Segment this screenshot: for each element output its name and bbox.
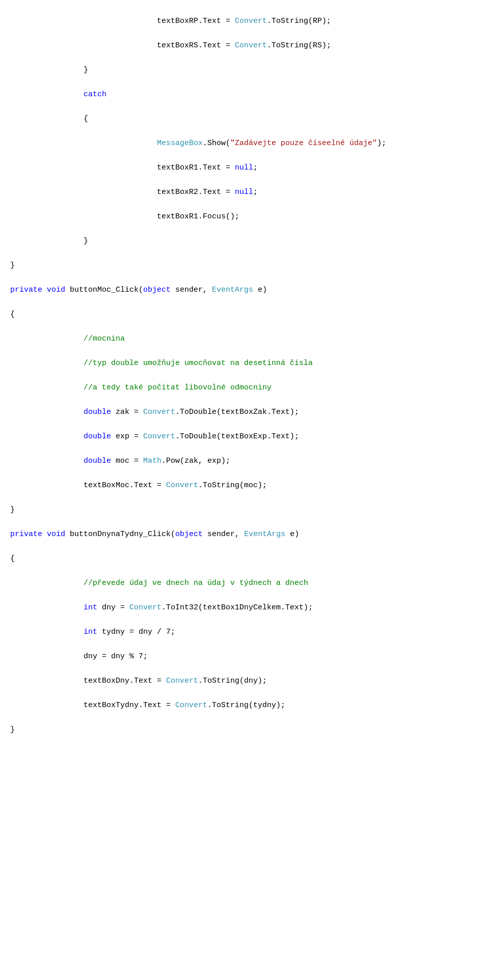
code-line: dny = dny % 7; xyxy=(0,651,489,663)
code-line xyxy=(0,663,489,675)
code-line: } xyxy=(0,260,489,272)
code-line: textBoxR1.Text = null; xyxy=(0,162,489,174)
code-line xyxy=(0,443,489,455)
code-line xyxy=(0,101,489,113)
code-line xyxy=(0,296,489,309)
code-line xyxy=(0,394,489,406)
code-line: textBoxR1.Focus(); xyxy=(0,211,489,223)
code-line: textBoxDny.Text = Convert.ToString(dny); xyxy=(0,675,489,687)
code-line: textBoxRP.Text = Convert.ToString(RP); xyxy=(0,15,489,27)
code-line xyxy=(0,687,489,699)
code-line xyxy=(0,638,489,651)
code-line: } xyxy=(0,64,489,76)
code-line xyxy=(0,345,489,357)
code-line xyxy=(0,492,489,504)
code-line xyxy=(0,321,489,333)
code-line: double moc = Math.Pow(zak, exp); xyxy=(0,455,489,467)
code-line xyxy=(0,223,489,235)
code-line: int dny = Convert.ToInt32(textBox1DnyCel… xyxy=(0,602,489,614)
code-line: //převede údaj ve dnech na údaj v týdnec… xyxy=(0,577,489,590)
code-line xyxy=(0,565,489,577)
code-line xyxy=(0,467,489,480)
code-line xyxy=(0,370,489,382)
code-line xyxy=(0,27,489,40)
code-line: } xyxy=(0,504,489,516)
code-line xyxy=(0,541,489,553)
code-line xyxy=(0,174,489,186)
code-line: //typ double umožňuje umocňovat na deset… xyxy=(0,357,489,370)
code-line xyxy=(0,52,489,64)
code-line: //mocnina xyxy=(0,333,489,345)
code-line xyxy=(0,516,489,528)
code-line: textBoxR2.Text = null; xyxy=(0,186,489,199)
code-line: catch xyxy=(0,89,489,101)
code-viewer: textBoxRP.Text = Convert.ToString(RP); t… xyxy=(0,10,489,741)
code-line: int tydny = dny / 7; xyxy=(0,626,489,638)
code-line: { xyxy=(0,553,489,565)
code-line: textBoxTydny.Text = Convert.ToString(tyd… xyxy=(0,699,489,712)
code-line xyxy=(0,272,489,284)
code-line xyxy=(0,199,489,211)
code-line: double exp = Convert.ToDouble(textBoxExp… xyxy=(0,431,489,443)
code-line: //a tedy také počítat libovolné odmocnin… xyxy=(0,382,489,394)
code-line: textBoxMoc.Text = Convert.ToString(moc); xyxy=(0,480,489,492)
code-line: { xyxy=(0,113,489,125)
code-line xyxy=(0,150,489,162)
code-line: private void buttonDnynaTydny_Click(obje… xyxy=(0,528,489,541)
code-line xyxy=(0,125,489,137)
code-line xyxy=(0,590,489,602)
code-line: { xyxy=(0,309,489,321)
code-line: MessageBox.Show("Zadávejte pouze číseeln… xyxy=(0,137,489,150)
code-line xyxy=(0,614,489,626)
code-line xyxy=(0,76,489,89)
code-line: private void buttonMoc_Click(object send… xyxy=(0,284,489,296)
code-line xyxy=(0,247,489,260)
code-line: textBoxRS.Text = Convert.ToString(RS); xyxy=(0,40,489,52)
code-line xyxy=(0,712,489,724)
code-line: } xyxy=(0,724,489,736)
code-line xyxy=(0,418,489,431)
code-line: double zak = Convert.ToDouble(textBoxZak… xyxy=(0,406,489,418)
code-line: } xyxy=(0,235,489,247)
